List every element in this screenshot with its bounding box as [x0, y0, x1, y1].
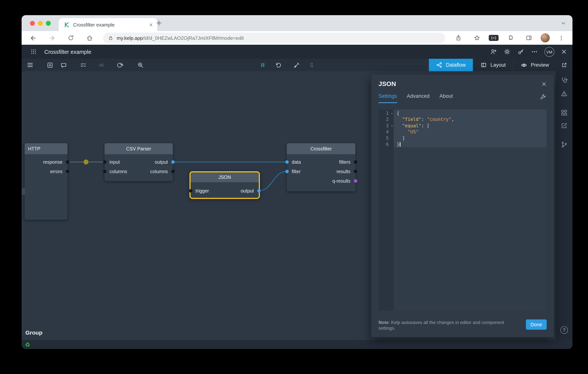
port-dot-trigger[interactable]	[189, 189, 192, 192]
tab-layout[interactable]: Layout	[473, 59, 513, 71]
fold-caret-icon[interactable]: ▾	[391, 123, 393, 129]
port-dot-response[interactable]	[66, 160, 69, 164]
node-csv-parser[interactable]: CSV Parser input output columns columns	[105, 143, 173, 181]
port-label: output	[241, 188, 254, 193]
zoom-window-button[interactable]	[46, 21, 51, 26]
pause-icon[interactable]	[256, 59, 269, 71]
node-http[interactable]: HTTP response errors	[25, 143, 67, 220]
edit-note-icon[interactable]	[561, 122, 568, 129]
forward-button[interactable]	[45, 31, 59, 45]
port-dot-input[interactable]	[103, 160, 106, 164]
app-header: Crossfilter example VM	[21, 45, 572, 59]
code-line: "field": "country",	[394, 117, 547, 123]
reload-button[interactable]	[64, 31, 78, 45]
port-dot-filters[interactable]	[354, 160, 357, 164]
json-extension-badge[interactable]: {=}	[489, 35, 499, 41]
url-text: my.kelp.app/id/d_0HEZwLAO2OjRa7JmiXFllM#…	[117, 35, 244, 41]
drag-grip-icon[interactable]	[305, 59, 318, 71]
diagnostics-stethoscope-icon[interactable]	[561, 76, 568, 84]
panel-close-icon[interactable]	[541, 81, 547, 87]
comment-icon[interactable]	[57, 59, 71, 71]
port-dot-json-output[interactable]	[257, 189, 261, 192]
tab-advanced[interactable]: Advanced	[407, 93, 430, 103]
port-label: results	[336, 169, 350, 174]
sync-icon[interactable]: ▾	[113, 59, 127, 71]
port-dot-filter[interactable]	[285, 170, 289, 173]
node-title[interactable]: JSON	[190, 172, 259, 182]
browser-tab-strip: Crossfilter example	[21, 15, 572, 31]
browser-menu-icon[interactable]	[555, 31, 568, 45]
user-avatar[interactable]: VM	[545, 47, 554, 57]
checklist-icon[interactable]	[76, 59, 90, 71]
node-title[interactable]: HTTP	[25, 143, 67, 154]
code-area[interactable]: { "field": "country", "equal": [ "US" ] …	[394, 109, 547, 311]
json-editor[interactable]: 1▾ 2 3▾ 4 5 6 { "field": "country", "equ…	[378, 109, 547, 311]
close-app-icon[interactable]	[561, 49, 567, 55]
text-cursor	[400, 142, 400, 147]
port-dot-output[interactable]	[171, 160, 174, 164]
browser-tab[interactable]: Crossfilter example	[59, 18, 157, 31]
settings-gear-icon[interactable]	[504, 48, 511, 55]
autosave-note: Note: Kelp autosaves all the changes in …	[378, 320, 512, 331]
fold-caret-icon[interactable]: ▾	[391, 111, 393, 117]
port-dot-errors[interactable]	[66, 170, 69, 173]
port-label: columns	[150, 169, 168, 174]
sync-dropdown-caret-icon[interactable]: ▾	[122, 63, 123, 67]
open-external-icon[interactable]	[556, 59, 572, 71]
clean-broom-icon[interactable]	[290, 59, 303, 71]
tab-preview[interactable]: Preview	[513, 59, 556, 71]
git-branch-icon[interactable]	[561, 141, 568, 148]
tab-about[interactable]: About	[440, 93, 453, 103]
autosave-recycle-icon[interactable]: ♻	[25, 342, 30, 347]
document-title: Crossfilter example	[44, 49, 91, 55]
browser-profile-avatar[interactable]	[541, 33, 550, 43]
share-icon[interactable]	[452, 31, 465, 45]
run-to-icon[interactable]	[94, 59, 108, 71]
reset-history-icon[interactable]	[272, 59, 285, 71]
port-dot-results[interactable]	[354, 170, 357, 173]
kelp-favicon-icon	[64, 22, 70, 27]
canvas-edge-handle[interactable]	[21, 188, 25, 195]
widgets-icon[interactable]	[561, 109, 568, 116]
bookmark-star-icon[interactable]	[470, 31, 484, 45]
apps-grid-icon[interactable]	[27, 45, 40, 59]
dataflow-icon	[436, 62, 442, 68]
extensions-puzzle-icon[interactable]	[504, 31, 517, 45]
node-title[interactable]: CSV Parser	[105, 143, 173, 154]
home-button[interactable]	[83, 31, 97, 45]
port-dot-columns-in[interactable]	[103, 170, 106, 173]
node-crossfilter[interactable]: Crossfilter data filters filter results	[287, 143, 355, 191]
zoom-icon[interactable]	[134, 59, 147, 71]
share-user-icon[interactable]	[490, 48, 497, 55]
minimize-window-button[interactable]	[38, 21, 43, 26]
port-dot-columns-out[interactable]	[171, 170, 174, 173]
warnings-icon[interactable]	[561, 90, 568, 97]
tab-search-chevron-icon[interactable]	[560, 20, 567, 26]
tab-dataflow[interactable]: Dataflow	[429, 59, 473, 71]
node-title[interactable]: Crossfilter	[287, 143, 355, 154]
port-label: columns	[109, 169, 127, 174]
close-window-button[interactable]	[30, 21, 35, 26]
port-dot-data[interactable]	[285, 160, 289, 164]
done-button[interactable]: Done	[526, 320, 547, 330]
side-panel-icon[interactable]	[522, 31, 536, 45]
tab-close-icon[interactable]	[148, 22, 153, 27]
wrench-icon[interactable]	[540, 94, 546, 103]
node-json[interactable]: JSON trigger output	[190, 172, 259, 198]
new-tab-button[interactable]	[155, 19, 163, 27]
tab-settings[interactable]: Settings	[378, 93, 397, 103]
add-component-icon[interactable]	[43, 59, 57, 71]
back-button[interactable]	[26, 31, 40, 45]
code-line: }	[394, 141, 547, 148]
junction-dot[interactable]	[84, 160, 88, 164]
address-bar[interactable]: my.kelp.app/id/d_0HEZwLAO2OjRa7JmiXFllM#…	[103, 32, 445, 43]
status-bar: ♻	[21, 340, 572, 349]
help-button[interactable]: ?	[560, 326, 568, 334]
more-options-icon[interactable]	[531, 48, 538, 55]
node-json-selection-ring: JSON trigger output	[189, 171, 260, 199]
access-key-icon[interactable]	[517, 48, 524, 55]
menu-icon[interactable]	[23, 59, 37, 71]
port-dot-q-results[interactable]	[354, 179, 357, 183]
port-label: filter	[292, 169, 301, 174]
header-actions: VM	[490, 47, 567, 57]
